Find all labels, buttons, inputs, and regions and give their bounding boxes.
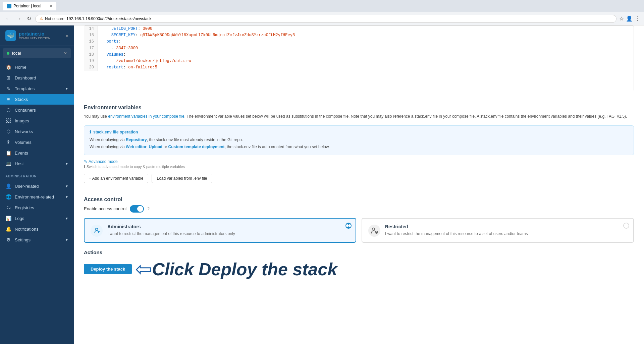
sidebar-item-notifications[interactable]: 🔔 Notifications bbox=[0, 224, 74, 234]
logs-arrow-icon: ▼ bbox=[65, 217, 68, 220]
sidebar-item-home-label: Home bbox=[15, 65, 26, 70]
sidebar-item-networks-label: Networks bbox=[15, 129, 33, 134]
sidebar-item-containers[interactable]: ⬡ Containers bbox=[0, 105, 74, 115]
code-line-18: 18 volumes: bbox=[84, 52, 634, 58]
sidebar-item-registries[interactable]: 🗂 Registries bbox=[0, 202, 74, 213]
web-editor-link[interactable]: Web editor bbox=[126, 145, 147, 149]
deploy-annotation: ⇦ Click Deploy the stack bbox=[139, 259, 337, 279]
enable-access-control-row: Enable access control ? bbox=[84, 205, 634, 213]
sidebar-item-host[interactable]: 💻 Host ▼ bbox=[0, 158, 74, 169]
registries-icon: 🗂 bbox=[5, 205, 11, 210]
settings-icon: ⚙ bbox=[5, 237, 11, 242]
sidebar-item-registries-label: Registries bbox=[15, 205, 34, 210]
code-editor[interactable]: 14 JETLOG_PORT: 3000 15 SECRET_KEY: q9TA… bbox=[84, 25, 634, 91]
logo: 🐳 portainer.io Community Edition bbox=[5, 30, 50, 41]
images-icon: 🖼 bbox=[5, 118, 11, 123]
env-variables-desc: You may use environment variables in you… bbox=[84, 113, 634, 120]
logs-icon: 📊 bbox=[5, 216, 11, 221]
content-area: 14 JETLOG_PORT: 3000 15 SECRET_KEY: q9TA… bbox=[74, 25, 644, 344]
sidebar-item-events[interactable]: 📋 Events bbox=[0, 148, 74, 158]
endpoint-status-dot bbox=[7, 52, 9, 55]
sidebar-item-settings[interactable]: ⚙ Settings ▼ bbox=[0, 234, 74, 245]
dashboard-icon: ⊞ bbox=[5, 75, 11, 80]
code-editor-empty-space bbox=[84, 71, 634, 91]
sidebar-item-environment-related[interactable]: 🌐 Environment-related ▼ bbox=[0, 191, 74, 202]
code-line-17: 17 - 3347:3000 bbox=[84, 45, 634, 52]
templates-arrow-icon: ▼ bbox=[65, 87, 68, 91]
restricted-card-icon bbox=[368, 225, 380, 237]
environment-related-icon: 🌐 bbox=[5, 194, 11, 199]
sidebar-item-user-related[interactable]: 👤 User-related ▼ bbox=[0, 181, 74, 191]
back-button[interactable]: ← bbox=[4, 14, 12, 23]
endpoint-item[interactable]: local ✕ bbox=[3, 48, 71, 58]
actions-section: Actions Deploy the stack ⇦ Click Deploy … bbox=[84, 249, 634, 279]
networks-icon: ⬡ bbox=[5, 129, 11, 134]
env-info-box: ℹ stack.env file operation When deployin… bbox=[84, 125, 634, 155]
load-env-file-button[interactable]: Load variables from .env file bbox=[152, 174, 212, 183]
add-env-variable-button[interactable]: + Add an environment variable bbox=[84, 174, 148, 183]
sidebar: 🐳 portainer.io Community Edition « local… bbox=[0, 25, 74, 344]
sidebar-item-stacks-label: Stacks bbox=[15, 97, 28, 102]
upload-link[interactable]: Upload bbox=[149, 145, 163, 149]
restricted-card-content: Restricted I want to restrict the manage… bbox=[385, 224, 528, 237]
endpoint-close-button[interactable]: ✕ bbox=[64, 51, 67, 56]
sidebar-item-stacks[interactable]: ≡ Stacks bbox=[0, 94, 74, 105]
actions-label: Actions bbox=[84, 249, 634, 255]
env-info-title: ℹ stack.env file operation bbox=[90, 130, 628, 134]
home-icon: 🏠 bbox=[5, 64, 11, 70]
sidebar-item-user-related-label: User-related bbox=[15, 184, 39, 189]
access-control-toggle[interactable] bbox=[130, 205, 144, 213]
sidebar-item-images[interactable]: 🖼 Images bbox=[0, 115, 74, 126]
deploy-annotation-text: Click Deploy the stack bbox=[152, 259, 337, 279]
stacks-icon: ≡ bbox=[5, 97, 11, 102]
info-icon: ℹ bbox=[90, 130, 91, 134]
administrators-card[interactable]: Administrators I want to restrict the ma… bbox=[84, 218, 356, 243]
sidebar-item-templates[interactable]: ✎ Templates ▼ bbox=[0, 83, 74, 94]
sidebar-item-volumes[interactable]: 🗄 Volumes bbox=[0, 137, 74, 148]
advanced-mode-link[interactable]: ✎ Advanced mode bbox=[84, 159, 634, 164]
profile-button[interactable]: 👤 bbox=[626, 15, 633, 22]
sidebar-item-home[interactable]: 🏠 Home bbox=[0, 62, 74, 72]
sidebar-item-logs[interactable]: 📊 Logs ▼ bbox=[0, 213, 74, 224]
sidebar-main-nav: 🏠 Home ⊞ Dashboard ✎ Templates ▼ ≡ Stack… bbox=[0, 60, 74, 170]
tab-title: Portainer | local bbox=[13, 4, 41, 8]
tab-close-button[interactable]: ✕ bbox=[49, 4, 52, 8]
custom-template-link[interactable]: Custom template deployment bbox=[168, 145, 225, 149]
svg-point-0 bbox=[95, 228, 98, 230]
repository-link[interactable]: Repository bbox=[126, 137, 147, 142]
sidebar-collapse-button[interactable]: « bbox=[66, 33, 68, 38]
notifications-icon: 🔔 bbox=[5, 226, 11, 232]
restricted-card[interactable]: Restricted I want to restrict the manage… bbox=[362, 218, 634, 243]
env-buttons-row: + Add an environment variable Load varia… bbox=[84, 174, 634, 183]
logo-text: portainer.io Community Edition bbox=[19, 31, 50, 40]
sidebar-item-dashboard-label: Dashboard bbox=[15, 75, 36, 80]
actions-row: Deploy the stack ⇦ Click Deploy the stac… bbox=[84, 259, 634, 279]
code-line-19: 19 - /volume1/docker/jetlog:/data:rw bbox=[84, 58, 634, 64]
user-related-icon: 👤 bbox=[5, 183, 11, 189]
env-desc-suffix: . The environment variable values set be… bbox=[184, 114, 627, 119]
host-icon: 💻 bbox=[5, 161, 11, 166]
browser-nav: ← → ↻ ⚠ Not secure 192.168.1.18:9000/#!/… bbox=[0, 12, 644, 25]
info-line-2: When deploying via Web editor, Upload or… bbox=[90, 144, 628, 151]
deploy-stack-button[interactable]: Deploy the stack bbox=[84, 264, 132, 274]
browser-tab[interactable]: Portainer | local ✕ bbox=[3, 2, 56, 10]
sidebar-item-dashboard[interactable]: ⊞ Dashboard bbox=[0, 72, 74, 83]
admin-card-icon bbox=[91, 225, 103, 237]
restricted-card-radio[interactable] bbox=[623, 223, 629, 229]
access-control-info-icon[interactable]: ? bbox=[147, 207, 150, 211]
bookmark-button[interactable]: ☆ bbox=[619, 15, 624, 22]
reload-button[interactable]: ↻ bbox=[25, 14, 33, 23]
admin-card-title: Administrators bbox=[107, 224, 235, 229]
admin-card-radio[interactable] bbox=[345, 223, 352, 229]
edit-icon: ✎ bbox=[84, 159, 87, 164]
tab-favicon bbox=[7, 4, 11, 8]
endpoint-name: local bbox=[12, 51, 21, 56]
sidebar-item-networks[interactable]: ⬡ Networks bbox=[0, 126, 74, 137]
env-compose-link[interactable]: environment variables in your compose fi… bbox=[108, 114, 184, 119]
env-desc-prefix: You may use bbox=[84, 114, 108, 119]
forward-button[interactable]: → bbox=[15, 14, 23, 23]
logo-icon: 🐳 bbox=[5, 30, 16, 41]
address-bar[interactable]: ⚠ Not secure 192.168.1.18:9000/#!/2/dock… bbox=[35, 15, 616, 23]
menu-button[interactable]: ⋮ bbox=[635, 15, 640, 22]
access-control-section: Access control Enable access control ? bbox=[84, 190, 634, 243]
